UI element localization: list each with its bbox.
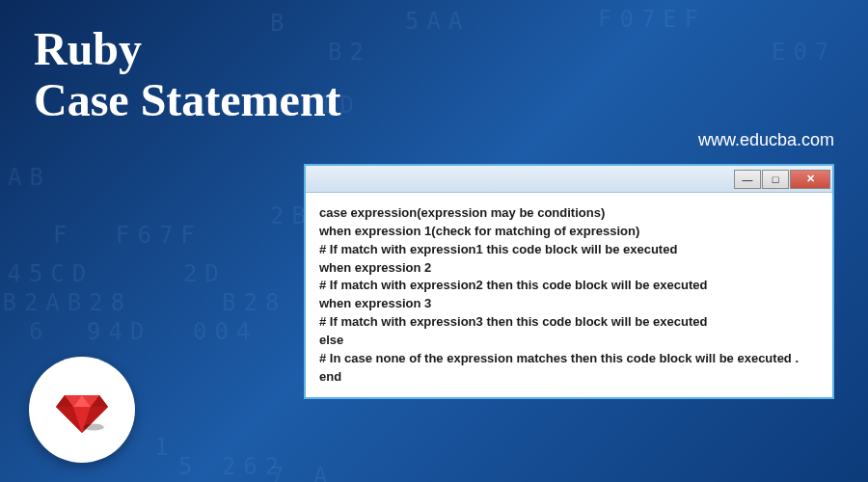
bg-decoration: 2D [183, 260, 227, 287]
window-titlebar: — □ ✕ [306, 166, 832, 193]
bg-decoration: AB [8, 164, 51, 191]
bg-decoration: 1 [154, 434, 176, 461]
website-url: www.educba.com [698, 130, 834, 150]
bg-decoration: 7 A [270, 463, 335, 482]
minimize-button[interactable]: — [734, 170, 761, 189]
bg-decoration: 94D [87, 318, 151, 345]
page-title: Ruby Case Statement [34, 24, 341, 126]
bg-decoration: 004 [193, 318, 258, 345]
bg-decoration: 6 [29, 318, 50, 345]
bg-decoration: D45CD [0, 260, 94, 287]
bg-decoration: F [53, 222, 74, 249]
ruby-logo-badge [29, 357, 135, 463]
ruby-gem-icon [53, 381, 111, 439]
bg-decoration: E07 [772, 39, 836, 66]
maximize-button[interactable]: □ [762, 170, 789, 189]
svg-point-9 [83, 423, 104, 430]
code-window: — □ ✕ case expression(expression may be … [304, 164, 834, 399]
code-content: case expression(expression may be condit… [306, 193, 832, 397]
bg-decoration: 5AA [405, 8, 470, 35]
bg-decoration: B28 [222, 289, 286, 316]
title-line-2: Case Statement [34, 74, 341, 125]
bg-decoration: F67F [116, 222, 203, 249]
bg-decoration: F07EF [598, 6, 706, 33]
bg-decoration: 5 262 [178, 453, 286, 480]
close-button[interactable]: ✕ [790, 170, 830, 189]
bg-decoration: AB2AB28 [0, 289, 132, 316]
title-line-1: Ruby [34, 23, 142, 74]
